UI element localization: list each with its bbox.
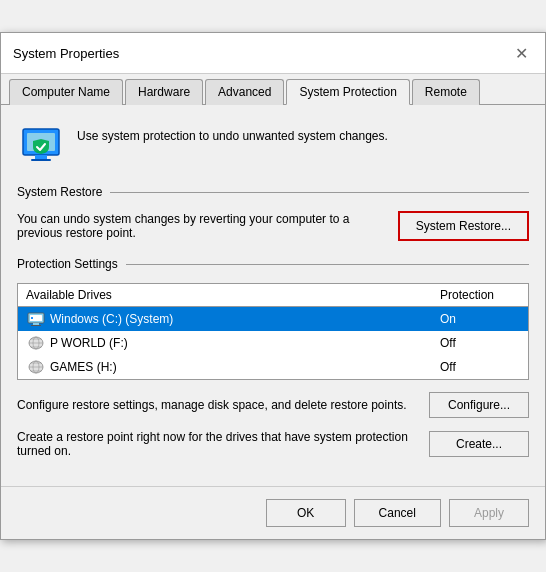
drive-icon-windows (26, 311, 46, 327)
restore-description: You can undo system changes by reverting… (17, 212, 386, 240)
info-description: Use system protection to undo unwanted s… (77, 121, 388, 143)
drive-name-windows: Windows (C:) (System) (50, 312, 440, 326)
system-restore-area: You can undo system changes by reverting… (17, 211, 529, 241)
drives-table: Available Drives Protection Wi (17, 283, 529, 380)
col-drives-label: Available Drives (26, 288, 440, 302)
close-button[interactable]: ✕ (509, 41, 533, 65)
title-bar: System Properties ✕ (1, 33, 545, 74)
drive-name-games: GAMES (H:) (50, 360, 440, 374)
svg-rect-6 (33, 323, 39, 325)
drive-icon-pworld (26, 335, 46, 351)
tab-system-protection[interactable]: System Protection (286, 79, 409, 105)
drive-prot-pworld: Off (440, 336, 520, 350)
footer: OK Cancel Apply (1, 486, 545, 539)
system-restore-label: System Restore (17, 185, 102, 199)
content-area: Use system protection to undo unwanted s… (1, 105, 545, 486)
system-restore-header: System Restore (17, 185, 529, 199)
configure-description: Configure restore settings, manage disk … (17, 398, 417, 412)
drive-prot-games: Off (440, 360, 520, 374)
create-button[interactable]: Create... (429, 431, 529, 457)
drives-table-header: Available Drives Protection (18, 284, 528, 307)
system-restore-button[interactable]: System Restore... (398, 211, 529, 241)
window-title: System Properties (13, 46, 119, 61)
drive-row-pworld[interactable]: P WORLD (F:) Off (18, 331, 528, 355)
tab-hardware[interactable]: Hardware (125, 79, 203, 105)
info-section: Use system protection to undo unwanted s… (17, 121, 529, 169)
ok-button[interactable]: OK (266, 499, 346, 527)
apply-button[interactable]: Apply (449, 499, 529, 527)
col-protection-label: Protection (440, 288, 520, 302)
svg-rect-7 (31, 325, 41, 326)
tab-advanced[interactable]: Advanced (205, 79, 284, 105)
tab-remote[interactable]: Remote (412, 79, 480, 105)
drive-icon-games (26, 359, 46, 375)
shield-icon (17, 121, 65, 169)
svg-rect-3 (31, 159, 51, 161)
tab-bar: Computer Name Hardware Advanced System P… (1, 74, 545, 105)
protection-settings-section: Protection Settings Available Drives Pro… (17, 257, 529, 380)
configure-row: Configure restore settings, manage disk … (17, 392, 529, 418)
svg-rect-8 (31, 317, 33, 319)
drive-row-games[interactable]: GAMES (H:) Off (18, 355, 528, 379)
cancel-button[interactable]: Cancel (354, 499, 441, 527)
protection-settings-label: Protection Settings (17, 257, 118, 271)
drive-row-windows[interactable]: Windows (C:) (System) On (18, 307, 528, 331)
section-divider (110, 192, 529, 193)
section-divider-2 (126, 264, 529, 265)
svg-rect-2 (35, 155, 47, 159)
create-description: Create a restore point right now for the… (17, 430, 417, 458)
tab-computer-name[interactable]: Computer Name (9, 79, 123, 105)
drive-prot-windows: On (440, 312, 520, 326)
system-properties-window: System Properties ✕ Computer Name Hardwa… (0, 32, 546, 540)
drive-name-pworld: P WORLD (F:) (50, 336, 440, 350)
protection-settings-header: Protection Settings (17, 257, 529, 271)
configure-button[interactable]: Configure... (429, 392, 529, 418)
create-row: Create a restore point right now for the… (17, 430, 529, 458)
